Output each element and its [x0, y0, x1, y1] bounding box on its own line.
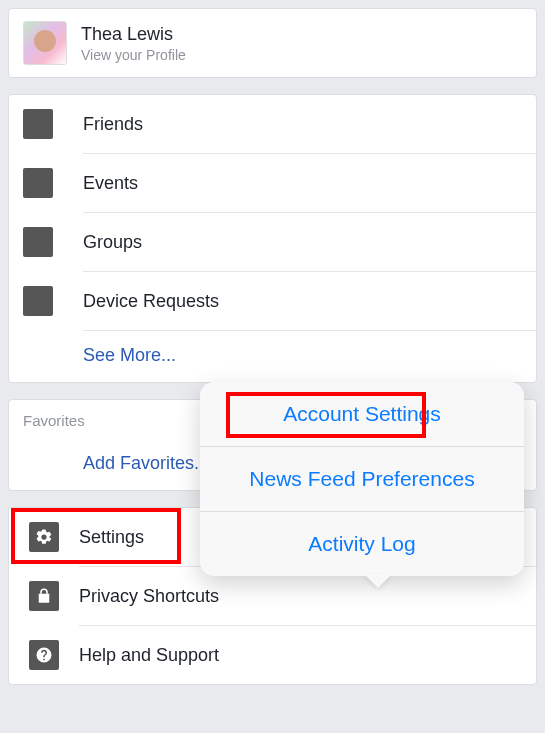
gear-icon	[29, 522, 59, 552]
menu-item-label: Settings	[79, 527, 144, 548]
popover-item-news-feed-preferences[interactable]: News Feed Preferences	[200, 447, 524, 511]
profile-text: Thea Lewis View your Profile	[81, 24, 186, 63]
placeholder-icon	[23, 168, 53, 198]
menu-item-friends[interactable]: Friends	[9, 95, 536, 153]
placeholder-icon	[23, 227, 53, 257]
lock-icon	[29, 581, 59, 611]
menu-item-device-requests[interactable]: Device Requests	[9, 272, 536, 330]
menu-item-label: Events	[83, 173, 138, 194]
see-more-label: See More...	[83, 345, 176, 365]
profile-card: Thea Lewis View your Profile	[8, 8, 537, 78]
placeholder-icon	[23, 286, 53, 316]
popover-item-label: News Feed Preferences	[249, 467, 474, 490]
profile-sub: View your Profile	[81, 47, 186, 63]
main-menu-card: Friends Events Groups Device Requests Se…	[8, 94, 537, 383]
profile-row[interactable]: Thea Lewis View your Profile	[9, 9, 536, 77]
menu-item-label: Help and Support	[79, 645, 219, 666]
see-more-link[interactable]: See More...	[9, 331, 536, 382]
menu-item-label: Groups	[83, 232, 142, 253]
menu-item-label: Privacy Shortcuts	[79, 586, 219, 607]
menu-item-label: Friends	[83, 114, 143, 135]
menu-item-label: Device Requests	[83, 291, 219, 312]
popover-tail	[364, 574, 392, 588]
main-menu-list: Friends Events Groups Device Requests Se…	[9, 95, 536, 382]
popover-item-activity-log[interactable]: Activity Log	[200, 512, 524, 576]
popover-item-label: Activity Log	[308, 532, 415, 555]
placeholder-icon	[23, 109, 53, 139]
settings-popover: Account Settings News Feed Preferences A…	[200, 382, 524, 576]
menu-item-events[interactable]: Events	[9, 154, 536, 212]
profile-name: Thea Lewis	[81, 24, 186, 45]
avatar	[23, 21, 67, 65]
popover-item-account-settings[interactable]: Account Settings	[200, 382, 524, 446]
menu-item-help-support[interactable]: Help and Support	[9, 626, 536, 684]
help-icon	[29, 640, 59, 670]
popover-item-label: Account Settings	[283, 402, 441, 425]
menu-item-groups[interactable]: Groups	[9, 213, 536, 271]
add-favorites-label: Add Favorites...	[83, 453, 209, 473]
